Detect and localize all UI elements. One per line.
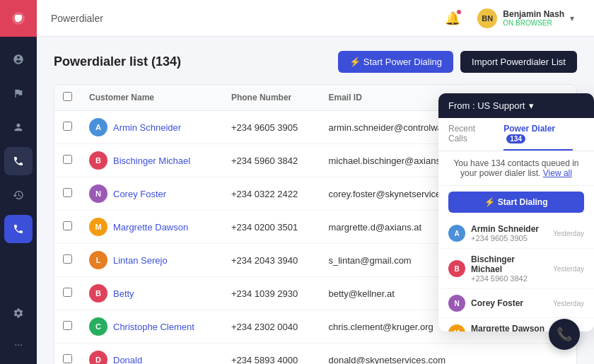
popup-contact-time: Yesterday: [553, 230, 584, 237]
customer-avatar: L: [89, 251, 107, 269]
popup-contact-item[interactable]: B Bischinger Michael +234 5960 3842 Yest…: [438, 249, 594, 289]
customer-cell: C Christophe Clement: [89, 317, 214, 336]
customer-name-link[interactable]: Donald: [113, 355, 142, 365]
popup-start-dialing-button[interactable]: ⚡ Start Dialing: [448, 192, 584, 213]
col-phone: Phone Number: [223, 85, 320, 111]
col-customer-name: Customer Name: [81, 85, 223, 111]
customer-name-link[interactable]: Bischinger Michael: [113, 155, 190, 166]
customer-name-link[interactable]: Armin Schneider: [113, 122, 181, 133]
customer-cell: A Armin Schneider: [89, 118, 214, 136]
user-status: ON BROWSER: [503, 19, 564, 27]
popup-contact-info: Bischinger Michael +234 5960 3842: [471, 254, 547, 283]
row-checkbox[interactable]: [63, 221, 72, 230]
select-all-checkbox[interactable]: [63, 92, 72, 101]
power-dialer-count-badge: 134: [506, 134, 525, 143]
phone-fab-button[interactable]: 📞: [549, 319, 580, 350]
popup-contact-avatar: A: [448, 225, 465, 242]
popup-from-label: From : US Support ▾: [448, 100, 534, 111]
customer-cell: N Corey Foster: [89, 184, 214, 203]
notification-bell[interactable]: 🔔: [445, 11, 460, 26]
customer-name-link[interactable]: Christophe Clement: [113, 322, 194, 332]
popup-contact-time: Yesterday: [553, 300, 584, 307]
customer-cell: D Donald: [89, 351, 214, 364]
customer-name-link[interactable]: Margrette Dawson: [113, 222, 188, 233]
phone-cell: +234 0200 3501: [223, 211, 320, 244]
page-content: Powerdialer list (134) ⚡ Start Power Dia…: [37, 37, 594, 364]
phone-cell: +234 2302 0040: [223, 310, 320, 344]
popup-contact-phone: +234 5960 3842: [471, 274, 547, 283]
popup-chevron-icon: ▾: [529, 100, 534, 111]
main-content: Powerdialer 🔔 BN Benjamin Nash ON BROWSE…: [37, 0, 594, 364]
sidebar-item-contacts[interactable]: [4, 113, 33, 141]
topbar-title: Powerdialer: [51, 13, 445, 24]
row-checkbox[interactable]: [63, 354, 72, 363]
sidebar-more-dots[interactable]: ···: [8, 333, 28, 356]
sidebar-item-dialer[interactable]: [4, 215, 33, 243]
customer-cell: L Lintan Serejo: [89, 251, 214, 269]
popup-contact-avatar: N: [448, 295, 465, 312]
start-power-dialing-button[interactable]: ⚡ Start Power Dialing: [338, 51, 453, 73]
sidebar-item-phone[interactable]: [4, 45, 33, 74]
phone-cell: +234 9605 3905: [223, 111, 320, 144]
page-title: Powerdialer list (134): [54, 54, 181, 69]
page-header: Powerdialer list (134) ⚡ Start Power Dia…: [54, 51, 577, 73]
customer-avatar: N: [89, 184, 107, 203]
sidebar-item-history[interactable]: [4, 181, 33, 209]
customer-avatar: D: [89, 351, 107, 364]
popup-contact-name: Corey Foster: [471, 298, 547, 308]
sidebar-item-settings[interactable]: [4, 299, 33, 327]
row-checkbox[interactable]: [63, 122, 72, 131]
customer-name-link[interactable]: Lintan Serejo: [113, 255, 168, 266]
customer-name-link[interactable]: Betty: [113, 288, 134, 299]
power-dialer-popup: From : US Support ▾ Recent Calls Power D…: [438, 93, 594, 331]
user-avatar: BN: [477, 8, 497, 28]
phone-cell: +234 5960 3842: [223, 144, 320, 177]
popup-contact-name: Armin Schneider: [471, 224, 547, 234]
popup-from-text: From : US Support: [448, 100, 525, 111]
customer-avatar: M: [89, 218, 107, 236]
email-cell: donald@skynetservices.com: [320, 344, 499, 365]
row-checkbox[interactable]: [63, 321, 72, 330]
phone-cell: +234 5893 4000: [223, 344, 320, 365]
sidebar: ···: [0, 0, 37, 364]
popup-tabs: Recent Calls Power Dialer 134: [438, 118, 594, 151]
row-checkbox[interactable]: [63, 188, 72, 197]
user-name: Benjamin Nash: [503, 9, 564, 19]
popup-contact-info: Corey Foster: [471, 298, 547, 308]
topbar-right: 🔔 BN Benjamin Nash ON BROWSER ▾: [445, 6, 580, 31]
sidebar-item-flag[interactable]: [4, 79, 33, 107]
tab-power-dialer[interactable]: Power Dialer 134: [503, 118, 573, 151]
customer-cell: B Bischinger Michael: [89, 151, 214, 170]
popup-contact-time: Yesterday: [553, 265, 584, 273]
row-checkbox[interactable]: [63, 288, 72, 297]
header-actions: ⚡ Start Power Dialing Import Powerdialer…: [338, 51, 577, 73]
customer-cell: M Margrette Dawson: [89, 218, 214, 236]
notification-dot: [456, 9, 462, 15]
popup-contact-item[interactable]: A Armin Schneider +234 9605 3905 Yesterd…: [438, 218, 594, 249]
popup-contact-name: Bischinger Michael: [471, 254, 547, 274]
tab-recent-calls[interactable]: Recent Calls: [448, 118, 492, 151]
sidebar-item-calls[interactable]: [4, 147, 33, 175]
user-menu[interactable]: BN Benjamin Nash ON BROWSER ▾: [472, 6, 580, 31]
popup-contact-avatar: B: [448, 260, 465, 277]
user-info: Benjamin Nash ON BROWSER: [503, 9, 564, 27]
customer-avatar: B: [89, 284, 107, 303]
popup-contact-item[interactable]: N Corey Foster Yesterday: [438, 289, 594, 318]
row-checkbox[interactable]: [63, 254, 72, 264]
customer-avatar: A: [89, 118, 107, 136]
popup-contact-list: A Armin Schneider +234 9605 3905 Yesterd…: [438, 218, 594, 331]
sidebar-bottom: ···: [4, 296, 33, 364]
phone-cell: +234 0322 2422: [223, 177, 320, 211]
popup-contact-phone: +234 9605 3905: [471, 234, 547, 242]
view-all-link[interactable]: View all: [543, 168, 572, 178]
chevron-down-icon: ▾: [570, 13, 574, 23]
customer-avatar: B: [89, 151, 107, 170]
customer-name-link[interactable]: Corey Foster: [113, 189, 166, 199]
customer-cell: B Betty: [89, 284, 214, 303]
table-row: D Donald +234 5893 4000 donald@skynetser…: [54, 344, 576, 365]
popup-contact-info: Armin Schneider +234 9605 3905: [471, 224, 547, 242]
import-powerdialer-button[interactable]: Import Powerdialer List: [460, 51, 577, 73]
app-logo[interactable]: [0, 0, 37, 37]
customer-avatar: C: [89, 317, 107, 336]
row-checkbox[interactable]: [63, 155, 72, 164]
